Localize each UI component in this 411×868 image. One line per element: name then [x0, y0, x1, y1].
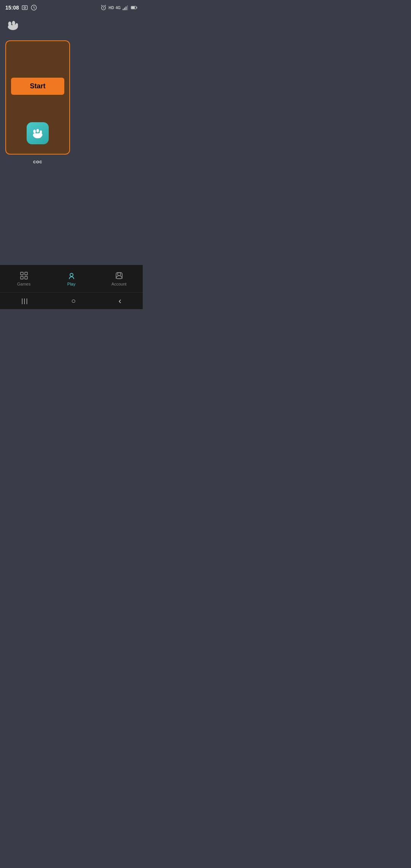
svg-rect-12 — [131, 6, 135, 9]
hd-label: HD — [108, 6, 114, 10]
nav-label-account: Account — [112, 282, 127, 286]
clock-icon — [30, 4, 37, 11]
games-icon — [19, 271, 29, 280]
nav-item-games[interactable]: Games — [0, 271, 48, 286]
svg-rect-26 — [25, 272, 27, 275]
svg-rect-0 — [22, 6, 27, 10]
bottom-nav: Games Play Account — [0, 265, 143, 292]
svg-line-5 — [105, 5, 106, 6]
svg-point-29 — [70, 273, 73, 276]
recents-button[interactable]: ||| — [21, 298, 28, 305]
status-left: 15:08 — [5, 4, 37, 11]
play-icon — [67, 271, 76, 280]
svg-point-23 — [33, 133, 38, 137]
svg-rect-27 — [21, 276, 23, 279]
game-icon-container: coc — [27, 122, 49, 164]
photo-icon — [21, 4, 28, 11]
paw-cloud-teal-icon — [30, 126, 45, 141]
4g-label: 4G — [116, 6, 121, 10]
signal-icon — [122, 4, 129, 11]
game-app-icon[interactable] — [27, 122, 49, 144]
svg-rect-7 — [124, 8, 125, 10]
nav-label-play: Play — [67, 282, 75, 286]
svg-point-24 — [38, 133, 43, 137]
nav-label-games: Games — [17, 282, 30, 286]
svg-point-20 — [37, 129, 39, 132]
game-label: coc — [33, 159, 42, 164]
svg-point-19 — [33, 129, 36, 133]
svg-rect-28 — [25, 276, 27, 279]
status-time: 15:08 — [5, 5, 19, 11]
game-card: Start coc — [5, 40, 70, 155]
status-right: HD 4G — [100, 4, 137, 11]
svg-point-17 — [8, 25, 13, 29]
start-button[interactable]: Start — [11, 78, 64, 95]
main-content: Start coc — [0, 37, 143, 265]
svg-point-30 — [118, 273, 121, 276]
nav-item-play[interactable]: Play — [48, 271, 95, 286]
alarm-icon — [100, 4, 107, 11]
home-button[interactable]: ○ — [71, 297, 76, 305]
nav-item-account[interactable]: Account — [95, 271, 143, 286]
svg-point-18 — [13, 24, 18, 29]
battery-icon — [131, 4, 137, 11]
svg-rect-8 — [126, 6, 126, 10]
back-button[interactable]: ‹ — [118, 296, 121, 306]
system-nav: ||| ○ ‹ — [0, 292, 143, 309]
paw-cloud-icon — [5, 17, 21, 32]
svg-rect-9 — [127, 5, 128, 10]
top-logo-area — [0, 14, 143, 37]
account-icon — [115, 271, 124, 280]
svg-point-1 — [24, 7, 26, 9]
svg-rect-25 — [21, 272, 23, 275]
svg-line-4 — [101, 5, 102, 6]
svg-rect-6 — [123, 9, 124, 10]
status-bar: 15:08 HD 4G — [0, 0, 143, 14]
